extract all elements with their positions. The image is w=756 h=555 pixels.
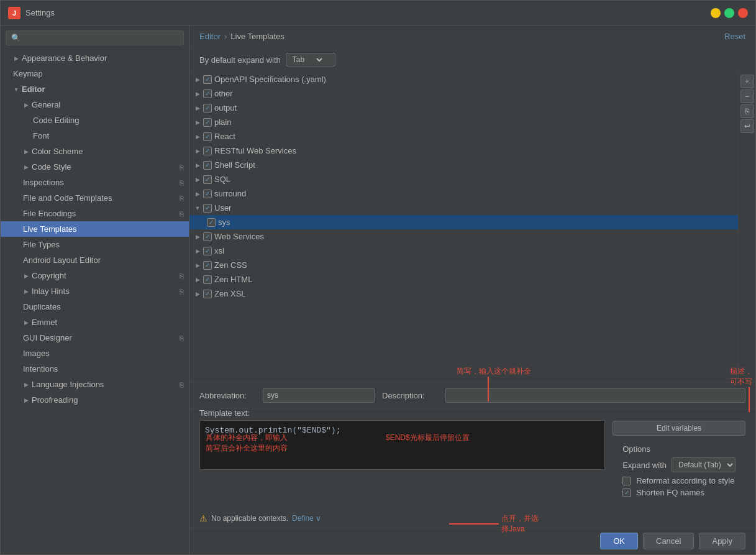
template-group-plain[interactable]: plain bbox=[189, 115, 738, 129]
sidebar-item-appearance[interactable]: Appearance & Behavior bbox=[1, 50, 189, 66]
template-group-output[interactable]: output bbox=[189, 101, 738, 115]
templates-area: OpenAPI Specifications (.yaml) other out… bbox=[189, 72, 755, 383]
sidebar-item-proofreading[interactable]: Proofreading bbox=[1, 392, 189, 408]
main-layout: 🔍 Appearance & Behavior Keymap Editor Ge… bbox=[1, 25, 755, 554]
arrow-icon bbox=[194, 162, 201, 168]
ok-button[interactable]: OK bbox=[600, 533, 638, 549]
sidebar-item-emmet[interactable]: Emmet bbox=[1, 314, 189, 330]
fields-row: Abbreviation: Description: bbox=[189, 383, 755, 408]
template-code-editor[interactable]: System.out.println("$END$"); bbox=[199, 420, 605, 470]
sidebar-item-keymap[interactable]: Keymap bbox=[1, 66, 189, 81]
expand-select[interactable]: Tab Enter Space bbox=[286, 53, 335, 67]
sidebar-item-label: Intentions bbox=[23, 364, 58, 374]
sidebar-item-file-encodings[interactable]: File Encodings ⎘ bbox=[1, 206, 189, 221]
group-checkbox[interactable] bbox=[203, 247, 212, 255]
shorten-fq-checkbox[interactable] bbox=[622, 488, 631, 497]
sidebar-item-file-types[interactable]: File Types bbox=[1, 237, 189, 252]
template-group-user[interactable]: User bbox=[189, 201, 738, 215]
sidebar-item-editor[interactable]: Editor bbox=[1, 81, 189, 97]
restore-template-button[interactable]: ↩ bbox=[740, 119, 754, 133]
search-input[interactable] bbox=[24, 34, 178, 42]
expand-with-select[interactable]: Default (Tab) Tab Enter Space bbox=[672, 457, 736, 472]
group-checkbox[interactable] bbox=[203, 190, 212, 198]
group-checkbox[interactable] bbox=[203, 261, 212, 270]
sidebar-item-label: Color Scheme bbox=[32, 147, 83, 156]
sidebar-item-android-layout[interactable]: Android Layout Editor bbox=[1, 252, 189, 268]
sidebar-item-general[interactable]: General bbox=[1, 97, 189, 112]
sidebar-item-code-style[interactable]: Code Style ⎘ bbox=[1, 159, 189, 175]
group-checkbox[interactable] bbox=[203, 204, 212, 213]
template-group-zen-css[interactable]: Zen CSS bbox=[189, 258, 738, 272]
group-checkbox[interactable] bbox=[203, 75, 212, 84]
breadcrumb-parent[interactable]: Editor bbox=[199, 32, 221, 41]
abbreviation-label: Abbreviation: bbox=[199, 391, 255, 400]
define-link[interactable]: Define ∨ bbox=[292, 514, 321, 523]
sidebar-item-language-injections[interactable]: Language Injections ⎘ bbox=[1, 377, 189, 392]
sidebar-item-duplicates[interactable]: Duplicates bbox=[1, 299, 189, 314]
group-checkbox[interactable] bbox=[203, 118, 212, 127]
group-checkbox[interactable] bbox=[203, 275, 212, 284]
group-checkbox[interactable] bbox=[203, 89, 212, 98]
template-item-sys[interactable]: sys bbox=[189, 215, 738, 229]
template-group-react[interactable]: React bbox=[189, 129, 738, 144]
copy-template-button[interactable]: ⎘ bbox=[740, 104, 754, 118]
sidebar-item-label: File Types bbox=[23, 240, 60, 249]
sidebar-item-code-editing[interactable]: Code Editing bbox=[1, 112, 189, 128]
apply-button[interactable]: Apply bbox=[699, 533, 745, 549]
sidebar-item-label: Emmet bbox=[32, 318, 57, 327]
group-checkbox[interactable] bbox=[203, 104, 212, 112]
template-group-zen-html[interactable]: Zen HTML bbox=[189, 272, 738, 287]
template-group-restful[interactable]: RESTful Web Services bbox=[189, 144, 738, 158]
bottom-form: Abbreviation: Description: 简写，输入这个就补全 描述… bbox=[189, 383, 755, 554]
description-input[interactable] bbox=[445, 388, 745, 403]
template-group-shell[interactable]: Shell Script bbox=[189, 158, 738, 172]
template-group-zen-xsl[interactable]: Zen XSL bbox=[189, 287, 738, 301]
reset-button[interactable]: Reset bbox=[724, 32, 745, 41]
sidebar-item-images[interactable]: Images bbox=[1, 346, 189, 361]
group-label: other bbox=[214, 89, 233, 98]
item-checkbox[interactable] bbox=[207, 218, 216, 227]
group-label: User bbox=[214, 203, 231, 213]
template-group-openapi[interactable]: OpenAPI Specifications (.yaml) bbox=[189, 72, 738, 86]
template-group-web-services[interactable]: Web Services bbox=[189, 229, 738, 244]
template-group-xsl[interactable]: xsl bbox=[189, 244, 738, 258]
arrow-icon bbox=[13, 86, 19, 93]
expand-dropdown[interactable]: Tab Enter Space bbox=[290, 55, 324, 65]
edit-variables-button[interactable]: Edit variables bbox=[613, 421, 745, 436]
sidebar-item-copyright[interactable]: Copyright ⎘ bbox=[1, 268, 189, 283]
breadcrumb-current: Live Templates bbox=[230, 32, 284, 41]
sidebar-item-live-templates[interactable]: Live Templates bbox=[1, 221, 189, 237]
expand-with-label: Expand with bbox=[622, 461, 667, 470]
group-checkbox[interactable] bbox=[203, 132, 212, 141]
add-template-button[interactable]: + bbox=[740, 75, 754, 88]
maximize-button[interactable] bbox=[724, 8, 734, 18]
close-button[interactable] bbox=[738, 8, 748, 18]
reformat-checkbox[interactable] bbox=[622, 477, 631, 485]
sidebar-item-inspections[interactable]: Inspections ⎘ bbox=[1, 175, 189, 190]
group-checkbox[interactable] bbox=[203, 161, 212, 170]
right-panel: Editor › Live Templates Reset By default… bbox=[189, 25, 755, 554]
sidebar-item-inlay-hints[interactable]: Inlay Hints ⎘ bbox=[1, 283, 189, 299]
remove-template-button[interactable]: − bbox=[740, 89, 754, 103]
group-checkbox[interactable] bbox=[203, 290, 212, 298]
search-box[interactable]: 🔍 bbox=[6, 30, 184, 45]
cancel-button[interactable]: Cancel bbox=[643, 533, 694, 549]
group-checkbox[interactable] bbox=[203, 175, 212, 184]
template-group-sql[interactable]: SQL bbox=[189, 172, 738, 186]
template-text-row: Template text: System.out.println("$END$… bbox=[189, 408, 755, 510]
sidebar-item-font[interactable]: Font bbox=[1, 128, 189, 144]
sidebar-item-label: Live Templates bbox=[23, 224, 76, 234]
abbreviation-input[interactable] bbox=[263, 388, 375, 403]
sidebar-item-file-code-templates[interactable]: File and Code Templates ⎘ bbox=[1, 190, 189, 206]
group-checkbox[interactable] bbox=[203, 147, 212, 155]
template-group-surround[interactable]: surround bbox=[189, 186, 738, 201]
group-checkbox[interactable] bbox=[203, 232, 212, 241]
template-code-text: System.out.println("$END$"); bbox=[205, 426, 340, 435]
sidebar-item-intentions[interactable]: Intentions bbox=[1, 361, 189, 377]
template-group-other[interactable]: other bbox=[189, 86, 738, 101]
arrow-icon bbox=[23, 273, 29, 279]
minimize-button[interactable] bbox=[711, 8, 721, 18]
shorten-fq-option-row: Shorten FQ names bbox=[622, 488, 736, 497]
sidebar-item-gui-designer[interactable]: GUI Designer ⎘ bbox=[1, 330, 189, 346]
sidebar-item-color-scheme[interactable]: Color Scheme bbox=[1, 144, 189, 159]
